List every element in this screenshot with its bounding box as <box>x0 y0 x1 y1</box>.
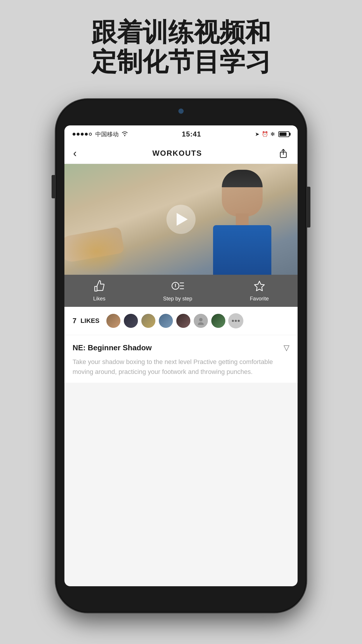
svg-point-9 <box>199 318 203 321</box>
svg-point-4 <box>175 286 176 287</box>
likes-count: 7 <box>73 317 76 325</box>
description-section: NE: Beginner Shadow ▽ Take your shadow b… <box>64 335 298 383</box>
header-line2: 定制化节目学习 <box>0 47 362 76</box>
star-icon <box>254 280 265 293</box>
likes-text: LIKES <box>80 317 99 325</box>
svg-point-13 <box>238 320 240 322</box>
wifi-icon <box>122 131 128 138</box>
status-left: 中国移动 <box>73 130 128 138</box>
signal-dot-2 <box>77 133 80 136</box>
avatar-5[interactable] <box>176 313 191 328</box>
thumbs-up-icon <box>94 280 105 293</box>
description-header: NE: Beginner Shadow ▽ <box>73 343 289 352</box>
phone-frame: 中国移动 15:41 ➤ ⏰ ✻ ‹ WORKOUTS <box>56 99 306 612</box>
nav-bar: ‹ WORKOUTS <box>64 143 298 164</box>
alarm-icon: ⏰ <box>262 131 268 137</box>
step-label: Step by step <box>163 296 192 302</box>
person-silhouette <box>193 164 286 275</box>
back-button[interactable]: ‹ <box>73 147 77 160</box>
signal-bars <box>73 133 92 136</box>
signal-dot-1 <box>73 133 75 136</box>
page-title: WORKOUTS <box>152 149 202 158</box>
video-thumbnail[interactable] <box>64 164 298 275</box>
avatar-2[interactable] <box>123 313 138 328</box>
play-button[interactable] <box>166 205 196 234</box>
battery-fill <box>280 132 287 136</box>
avatar-3[interactable] <box>141 313 156 328</box>
front-camera <box>178 108 184 114</box>
step-icon <box>171 280 184 293</box>
svg-point-12 <box>235 320 237 322</box>
description-title: NE: Beginner Shadow <box>73 343 152 352</box>
avatar-row <box>106 313 243 328</box>
share-icon <box>279 149 287 158</box>
status-icons: ➤ ⏰ ✻ <box>255 131 289 137</box>
bluetooth-icon: ✻ <box>270 131 275 137</box>
favorite-action[interactable]: Favorite <box>250 280 269 302</box>
share-button[interactable] <box>278 148 289 159</box>
avatar-6[interactable] <box>193 313 208 328</box>
step-by-step-action[interactable]: Step by step <box>163 280 192 302</box>
signal-dot-4 <box>85 133 88 136</box>
chevron-down-icon[interactable]: ▽ <box>284 343 289 352</box>
likes-action[interactable]: Likes <box>93 280 106 302</box>
action-bar: Likes Step by step <box>64 275 298 307</box>
avatar-4[interactable] <box>158 313 173 328</box>
avatar-1[interactable] <box>106 313 121 328</box>
header-text: 跟着训练视频和 定制化节目学习 <box>0 18 362 76</box>
status-bar: 中国移动 15:41 ➤ ⏰ ✻ <box>64 125 298 143</box>
warm-light <box>64 228 129 275</box>
signal-dot-3 <box>81 133 84 136</box>
play-triangle-icon <box>177 213 188 226</box>
likes-section: 7 LIKES <box>64 307 298 335</box>
signal-dot-5 <box>89 133 92 136</box>
person-shirt <box>213 225 271 275</box>
carrier-name: 中国移动 <box>95 130 119 138</box>
avatar-7[interactable] <box>211 313 226 328</box>
person-hair <box>222 170 263 187</box>
favorite-label: Favorite <box>250 296 269 302</box>
svg-point-11 <box>232 320 234 322</box>
battery-icon <box>278 131 289 137</box>
description-body: Take your shadow boxing to the next leve… <box>73 357 289 377</box>
svg-marker-8 <box>254 281 264 291</box>
svg-point-10 <box>198 322 204 325</box>
status-time: 15:41 <box>182 130 201 138</box>
header-line1: 跟着训练视频和 <box>0 18 362 47</box>
more-avatars-button[interactable] <box>228 313 243 328</box>
location-icon: ➤ <box>255 131 259 137</box>
likes-label: Likes <box>93 296 106 302</box>
phone-screen: 中国移动 15:41 ➤ ⏰ ✻ ‹ WORKOUTS <box>64 125 298 586</box>
